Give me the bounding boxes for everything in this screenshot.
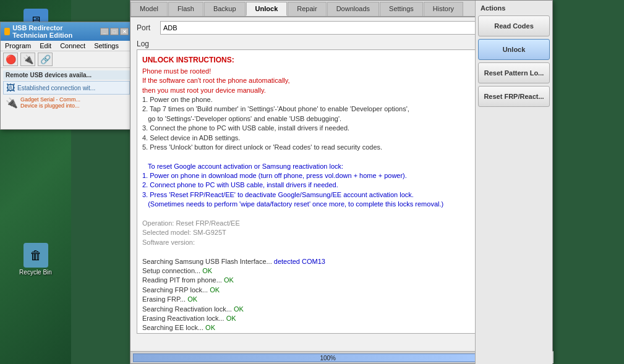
progress-text: 100% <box>134 354 522 363</box>
usb-remote-section: Remote USB devices availa... <box>3 70 130 80</box>
main-app-window: Model Flash Backup Unlock Repair Downloa… <box>130 0 553 364</box>
tab-downloads[interactable]: Downloads <box>327 2 379 16</box>
read-codes-button[interactable]: Read Codes <box>478 15 550 36</box>
log-setup-ok: OK <box>202 267 212 274</box>
usb-toolbar: 🔴 🔌 🔗 <box>1 51 132 68</box>
usb-established-text: Established connection wit... <box>17 85 95 91</box>
usb-redirector-window: USB Redirector Technician Edition _ □ ✕ … <box>0 22 133 130</box>
progress-bar: 100% <box>133 353 523 362</box>
reset-frp-button[interactable]: Reset FRP/React... <box>478 86 550 107</box>
port-input[interactable] <box>160 21 529 35</box>
actions-panel: Actions Read Codes Unlock Reset Pattern … <box>475 1 552 364</box>
usb-gadget-icon: 🔌 <box>6 97 18 109</box>
usb-window-title-text: USB Redirector Technician Edition <box>12 24 98 39</box>
log-setup-text: Setup connection... <box>142 267 202 274</box>
desktop-icon-recycle[interactable]: 🗑 Recycle Bin <box>17 240 54 278</box>
usb-window-controls: _ □ ✕ <box>100 28 129 35</box>
usb-menu-edit[interactable]: Edit <box>38 41 53 50</box>
usb-gadget-device: Device is plugged into... <box>20 103 80 109</box>
log-erasing-frp-ok: OK <box>187 295 197 303</box>
log-erasing-reactivation-ok: OK <box>226 315 236 322</box>
log-detected-com: detected COM13 <box>274 258 325 265</box>
log-frp-lock-text: Searching FRP lock... <box>142 286 210 294</box>
usb-menu-bar: Program Edit Connect Settings <box>1 41 132 51</box>
usb-window-icon <box>4 28 10 35</box>
log-searching-usb-text: Searching Samsung USB Flash Interface... <box>142 258 274 265</box>
tab-flash[interactable]: Flash <box>168 2 203 16</box>
log-erasing-frp-text: Erasing FRP... <box>142 295 187 303</box>
log-ee-lock-text: Searching EE lock... <box>142 324 205 331</box>
toolbar-btn-2[interactable]: 🔌 <box>20 53 35 66</box>
log-erasing-reactivation-text: Erasing Reactivation lock... <box>142 315 226 322</box>
recycle-bin-icon: 🗑 <box>24 243 48 268</box>
maximize-btn[interactable]: □ <box>110 28 119 35</box>
tab-history[interactable]: History <box>424 2 463 16</box>
usb-established-item: 🖼 Established connection wit... <box>3 81 130 95</box>
tab-unlock[interactable]: Unlock <box>246 2 288 16</box>
usb-gadget-item: 🔌 Gadget Serial - Comm... Device is plug… <box>3 96 130 109</box>
minimize-btn[interactable]: _ <box>100 28 109 35</box>
toolbar-btn-3[interactable]: 🔗 <box>38 53 53 66</box>
usb-menu-program[interactable]: Program <box>3 41 33 50</box>
log-reactivation-lock-text: Searching Reactivation lock... <box>142 305 234 313</box>
log-frp-lock-ok: OK <box>210 286 220 294</box>
actions-title: Actions <box>478 4 550 12</box>
tab-settings[interactable]: Settings <box>380 2 423 16</box>
usb-gadget-serial: Gadget Serial - Comm... <box>20 96 80 103</box>
usb-menu-settings[interactable]: Settings <box>92 41 121 50</box>
port-label: Port <box>137 23 155 32</box>
log-ee-lock-ok: OK <box>205 324 215 331</box>
reset-pattern-button[interactable]: Reset Pattern Lo... <box>478 62 550 83</box>
toolbar-btn-1[interactable]: 🔴 <box>3 53 18 66</box>
log-reactivation-lock-ok: OK <box>234 305 244 313</box>
unlock-button[interactable]: Unlock <box>478 39 550 60</box>
log-reading-pit-ok: OK <box>224 276 234 284</box>
recycle-bin-label: Recycle Bin <box>19 269 52 276</box>
close-btn[interactable]: ✕ <box>120 28 129 35</box>
log-reading-pit-text: Reading PIT from phone... <box>142 276 224 284</box>
usb-content: Remote USB devices availa... 🖼 Establish… <box>1 68 132 112</box>
tab-backup[interactable]: Backup <box>204 2 246 16</box>
tab-model[interactable]: Model <box>130 2 168 16</box>
usb-window-titlebar: USB Redirector Technician Edition _ □ ✕ <box>1 22 132 41</box>
usb-menu-connect[interactable]: Connect <box>58 41 87 50</box>
tab-repair[interactable]: Repair <box>288 2 326 16</box>
